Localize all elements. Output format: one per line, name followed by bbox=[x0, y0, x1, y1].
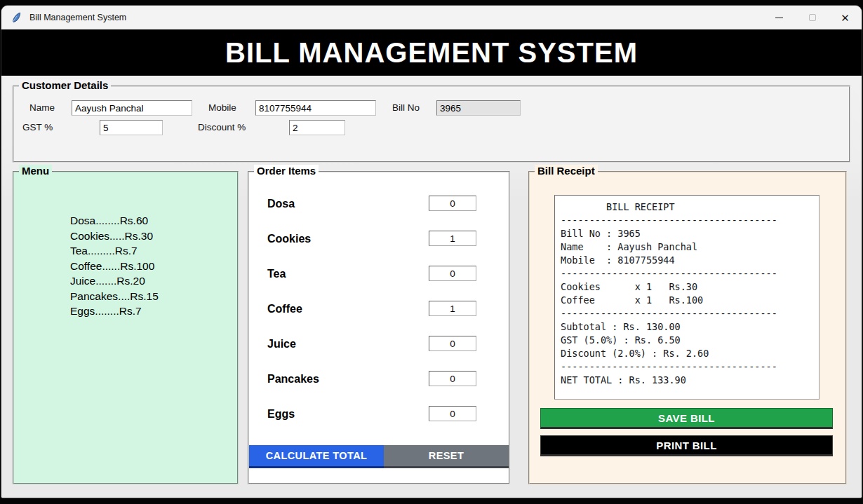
qty-input-tea[interactable] bbox=[429, 266, 476, 281]
order-label-eggs: Eggs bbox=[267, 408, 295, 421]
app-header: BILL MANAGEMENT SYSTEM bbox=[1, 29, 862, 76]
mobile-input[interactable] bbox=[255, 100, 376, 116]
main-content: Customer Details Name Mobile Bill No GST… bbox=[1, 76, 862, 498]
window-controls: ✕ bbox=[763, 6, 862, 29]
menu-item: Tea.........Rs.7 bbox=[70, 243, 159, 259]
menu-frame: Menu Dosa........Rs.60 Cookies.....Rs.30… bbox=[13, 171, 239, 484]
app-window: Bill Management System ✕ BILL MANAGEMENT… bbox=[1, 6, 862, 498]
customer-details-legend: Customer Details bbox=[19, 79, 111, 92]
order-items-legend: Order Items bbox=[254, 165, 319, 177]
receipt-text: BILL RECEIPT ---------------------------… bbox=[561, 200, 813, 387]
receipt-text-area[interactable]: BILL RECEIPT ---------------------------… bbox=[554, 195, 819, 400]
order-label-tea: Tea bbox=[267, 268, 286, 280]
order-buttons-row: CALCULATE TOTAL RESET bbox=[249, 445, 509, 468]
save-bill-button[interactable]: SAVE BILL bbox=[540, 408, 833, 429]
gst-label: GST % bbox=[22, 122, 53, 132]
bill-receipt-frame: Bill Receipt BILL RECEIPT --------------… bbox=[528, 171, 847, 484]
order-label-juice: Juice bbox=[267, 338, 296, 350]
menu-item: Eggs........Rs.7 bbox=[70, 304, 159, 319]
name-input[interactable] bbox=[72, 100, 192, 116]
window-title: Bill Management System bbox=[29, 13, 126, 22]
billno-label: Bill No bbox=[392, 102, 420, 113]
bill-receipt-legend: Bill Receipt bbox=[535, 165, 598, 177]
billno-input bbox=[436, 100, 521, 116]
menu-item: Pancakes....Rs.15 bbox=[70, 289, 159, 304]
order-items-frame: Order Items Dosa Cookies Tea Coffee Juic… bbox=[248, 171, 510, 484]
menu-item: Dosa........Rs.60 bbox=[70, 213, 159, 229]
calculate-total-button[interactable]: CALCULATE TOTAL bbox=[249, 445, 384, 468]
order-label-coffee: Coffee bbox=[267, 303, 302, 315]
page-title: BILL MANAGEMENT SYSTEM bbox=[225, 37, 638, 69]
qty-input-juice[interactable] bbox=[429, 336, 476, 351]
tk-feather-icon bbox=[11, 12, 22, 24]
mobile-label: Mobile bbox=[208, 102, 236, 113]
qty-input-pancakes[interactable] bbox=[429, 371, 476, 386]
order-label-dosa: Dosa bbox=[267, 198, 295, 210]
qty-input-cookies[interactable] bbox=[429, 231, 476, 246]
menu-item: Cookies.....Rs.30 bbox=[70, 229, 159, 244]
gst-input[interactable] bbox=[100, 120, 163, 135]
menu-list: Dosa........Rs.60 Cookies.....Rs.30 Tea.… bbox=[70, 213, 159, 319]
print-bill-button[interactable]: PRINT BILL bbox=[540, 435, 833, 456]
maximize-icon bbox=[809, 14, 816, 21]
reset-button[interactable]: RESET bbox=[384, 445, 509, 468]
close-button[interactable]: ✕ bbox=[829, 6, 862, 29]
title-bar: Bill Management System ✕ bbox=[1, 6, 862, 29]
maximize-button[interactable] bbox=[796, 6, 829, 29]
screen: Bill Management System ✕ BILL MANAGEMENT… bbox=[0, 0, 863, 504]
qty-input-coffee[interactable] bbox=[429, 301, 476, 316]
close-icon: ✕ bbox=[841, 13, 850, 23]
name-label: Name bbox=[29, 102, 55, 113]
minimize-button[interactable] bbox=[763, 6, 796, 29]
order-label-cookies: Cookies bbox=[267, 233, 311, 245]
menu-item: Juice.......Rs.20 bbox=[70, 273, 159, 289]
qty-input-eggs[interactable] bbox=[429, 406, 476, 421]
discount-label: Discount % bbox=[198, 122, 246, 132]
minimize-icon bbox=[775, 18, 783, 18]
discount-input[interactable] bbox=[289, 120, 345, 135]
order-label-pancakes: Pancakes bbox=[267, 373, 319, 386]
menu-legend: Menu bbox=[19, 165, 52, 177]
qty-input-dosa[interactable] bbox=[429, 196, 476, 211]
menu-item: Coffee......Rs.100 bbox=[70, 259, 159, 274]
customer-details-frame: Customer Details Name Mobile Bill No GST… bbox=[13, 86, 850, 163]
